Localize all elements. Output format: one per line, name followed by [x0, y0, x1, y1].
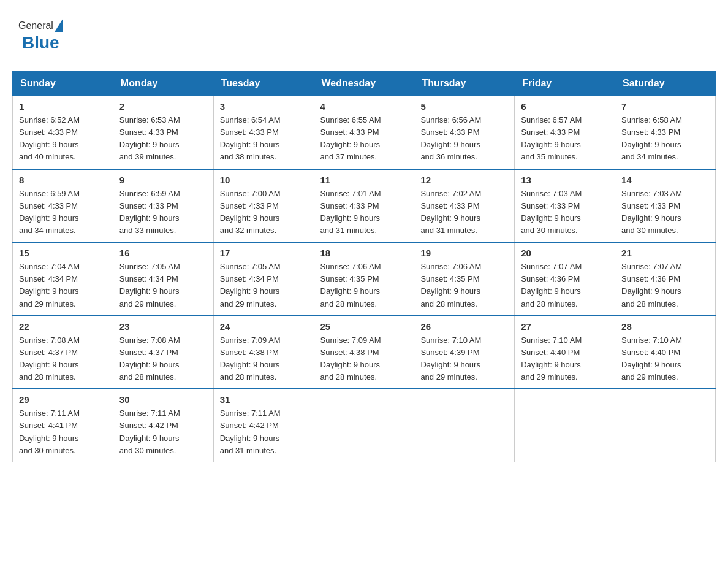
day-number: 9 [119, 175, 207, 185]
day-cell: 24 Sunrise: 7:09 AMSunset: 4:38 PMDaylig… [213, 316, 314, 389]
logo: General Blue [18, 18, 63, 53]
day-info: Sunrise: 7:06 AMSunset: 4:35 PMDaylight:… [320, 261, 408, 310]
day-cell: 7 Sunrise: 6:58 AMSunset: 4:33 PMDayligh… [615, 96, 716, 169]
day-info: Sunrise: 7:11 AMSunset: 4:42 PMDaylight:… [220, 407, 308, 457]
day-cell: 21 Sunrise: 7:07 AMSunset: 4:36 PMDaylig… [615, 242, 716, 316]
day-number: 26 [420, 321, 508, 332]
day-header-thursday: Thursday [414, 72, 515, 96]
day-info: Sunrise: 7:11 AMSunset: 4:42 PMDaylight:… [119, 407, 207, 457]
day-info: Sunrise: 6:57 AMSunset: 4:33 PMDaylight:… [521, 114, 609, 164]
day-header-friday: Friday [515, 72, 615, 96]
day-info: Sunrise: 6:55 AMSunset: 4:33 PMDaylight:… [320, 114, 408, 164]
day-cell: 27 Sunrise: 7:10 AMSunset: 4:40 PMDaylig… [515, 316, 615, 389]
day-info: Sunrise: 6:56 AMSunset: 4:33 PMDaylight:… [420, 114, 508, 164]
day-info: Sunrise: 7:09 AMSunset: 4:38 PMDaylight:… [320, 334, 408, 384]
week-row-4: 22 Sunrise: 7:08 AMSunset: 4:37 PMDaylig… [13, 316, 716, 389]
day-cell [515, 389, 615, 462]
week-row-1: 1 Sunrise: 6:52 AMSunset: 4:33 PMDayligh… [13, 96, 716, 169]
day-info: Sunrise: 7:05 AMSunset: 4:34 PMDaylight:… [119, 261, 207, 310]
day-info: Sunrise: 7:03 AMSunset: 4:33 PMDaylight:… [521, 188, 609, 237]
day-number: 19 [420, 248, 508, 258]
day-number: 4 [320, 101, 408, 112]
day-cell: 12 Sunrise: 7:02 AMSunset: 4:33 PMDaylig… [414, 169, 515, 243]
day-info: Sunrise: 6:59 AMSunset: 4:33 PMDaylight:… [19, 188, 107, 237]
day-info: Sunrise: 7:00 AMSunset: 4:33 PMDaylight:… [220, 188, 308, 237]
day-header-tuesday: Tuesday [213, 72, 314, 96]
day-cell: 22 Sunrise: 7:08 AMSunset: 4:37 PMDaylig… [13, 316, 113, 389]
day-cell: 6 Sunrise: 6:57 AMSunset: 4:33 PMDayligh… [515, 96, 615, 169]
day-cell: 11 Sunrise: 7:01 AMSunset: 4:33 PMDaylig… [314, 169, 414, 243]
day-cell: 31 Sunrise: 7:11 AMSunset: 4:42 PMDaylig… [213, 389, 314, 462]
day-info: Sunrise: 6:58 AMSunset: 4:33 PMDaylight:… [621, 114, 709, 164]
day-info: Sunrise: 7:05 AMSunset: 4:34 PMDaylight:… [220, 261, 308, 310]
day-cell: 17 Sunrise: 7:05 AMSunset: 4:34 PMDaylig… [213, 242, 314, 316]
day-info: Sunrise: 7:11 AMSunset: 4:41 PMDaylight:… [19, 407, 107, 457]
day-info: Sunrise: 7:01 AMSunset: 4:33 PMDaylight:… [320, 188, 408, 237]
day-number: 15 [19, 248, 107, 258]
calendar-table: SundayMondayTuesdayWednesdayThursdayFrid… [12, 71, 716, 462]
day-cell: 3 Sunrise: 6:54 AMSunset: 4:33 PMDayligh… [213, 96, 314, 169]
day-number: 25 [320, 321, 408, 332]
day-header-wednesday: Wednesday [314, 72, 414, 96]
day-header-sunday: Sunday [13, 72, 113, 96]
day-info: Sunrise: 7:08 AMSunset: 4:37 PMDaylight:… [19, 334, 107, 384]
day-number: 1 [19, 101, 107, 112]
day-number: 16 [119, 248, 207, 258]
day-info: Sunrise: 6:54 AMSunset: 4:33 PMDaylight:… [220, 114, 308, 164]
day-number: 23 [119, 321, 207, 332]
day-cell: 18 Sunrise: 7:06 AMSunset: 4:35 PMDaylig… [314, 242, 414, 316]
day-cell: 4 Sunrise: 6:55 AMSunset: 4:33 PMDayligh… [314, 96, 414, 169]
day-header-saturday: Saturday [615, 72, 716, 96]
day-number: 20 [521, 248, 609, 258]
day-cell: 20 Sunrise: 7:07 AMSunset: 4:36 PMDaylig… [515, 242, 615, 316]
day-cell: 25 Sunrise: 7:09 AMSunset: 4:38 PMDaylig… [314, 316, 414, 389]
week-row-2: 8 Sunrise: 6:59 AMSunset: 4:33 PMDayligh… [13, 169, 716, 243]
day-info: Sunrise: 7:03 AMSunset: 4:33 PMDaylight:… [621, 188, 709, 237]
day-header-monday: Monday [113, 72, 213, 96]
day-cell: 26 Sunrise: 7:10 AMSunset: 4:39 PMDaylig… [414, 316, 515, 389]
day-info: Sunrise: 7:08 AMSunset: 4:37 PMDaylight:… [119, 334, 207, 384]
header-row: SundayMondayTuesdayWednesdayThursdayFrid… [13, 72, 716, 96]
day-number: 29 [19, 394, 107, 405]
day-cell: 10 Sunrise: 7:00 AMSunset: 4:33 PMDaylig… [213, 169, 314, 243]
day-number: 30 [119, 394, 207, 405]
day-number: 5 [420, 101, 508, 112]
day-info: Sunrise: 6:59 AMSunset: 4:33 PMDaylight:… [119, 188, 207, 237]
day-cell: 23 Sunrise: 7:08 AMSunset: 4:37 PMDaylig… [113, 316, 213, 389]
day-cell: 15 Sunrise: 7:04 AMSunset: 4:34 PMDaylig… [13, 242, 113, 316]
day-cell: 29 Sunrise: 7:11 AMSunset: 4:41 PMDaylig… [13, 389, 113, 462]
day-number: 14 [621, 175, 709, 185]
logo-triangle-icon [55, 18, 63, 32]
day-number: 24 [220, 321, 308, 332]
day-cell: 13 Sunrise: 7:03 AMSunset: 4:33 PMDaylig… [515, 169, 615, 243]
day-number: 3 [220, 101, 308, 112]
day-number: 18 [320, 248, 408, 258]
day-info: Sunrise: 7:04 AMSunset: 4:34 PMDaylight:… [19, 261, 107, 310]
day-number: 8 [19, 175, 107, 185]
day-number: 31 [220, 394, 308, 405]
day-cell: 1 Sunrise: 6:52 AMSunset: 4:33 PMDayligh… [13, 96, 113, 169]
day-number: 10 [220, 175, 308, 185]
day-number: 12 [420, 175, 508, 185]
week-row-5: 29 Sunrise: 7:11 AMSunset: 4:41 PMDaylig… [13, 389, 716, 462]
day-number: 17 [220, 248, 308, 258]
day-cell [314, 389, 414, 462]
page-header: General Blue [12, 12, 716, 59]
day-cell: 8 Sunrise: 6:59 AMSunset: 4:33 PMDayligh… [13, 169, 113, 243]
day-cell: 28 Sunrise: 7:10 AMSunset: 4:40 PMDaylig… [615, 316, 716, 389]
day-cell: 19 Sunrise: 7:06 AMSunset: 4:35 PMDaylig… [414, 242, 515, 316]
day-number: 6 [521, 101, 609, 112]
day-number: 22 [19, 321, 107, 332]
logo-general-text: General [18, 20, 53, 31]
day-cell [615, 389, 716, 462]
day-cell [414, 389, 515, 462]
day-cell: 14 Sunrise: 7:03 AMSunset: 4:33 PMDaylig… [615, 169, 716, 243]
day-number: 2 [119, 101, 207, 112]
day-cell: 30 Sunrise: 7:11 AMSunset: 4:42 PMDaylig… [113, 389, 213, 462]
day-number: 27 [521, 321, 609, 332]
day-number: 7 [621, 101, 709, 112]
day-info: Sunrise: 7:07 AMSunset: 4:36 PMDaylight:… [521, 261, 609, 310]
day-number: 21 [621, 248, 709, 258]
day-info: Sunrise: 6:52 AMSunset: 4:33 PMDaylight:… [19, 114, 107, 164]
day-cell: 2 Sunrise: 6:53 AMSunset: 4:33 PMDayligh… [113, 96, 213, 169]
